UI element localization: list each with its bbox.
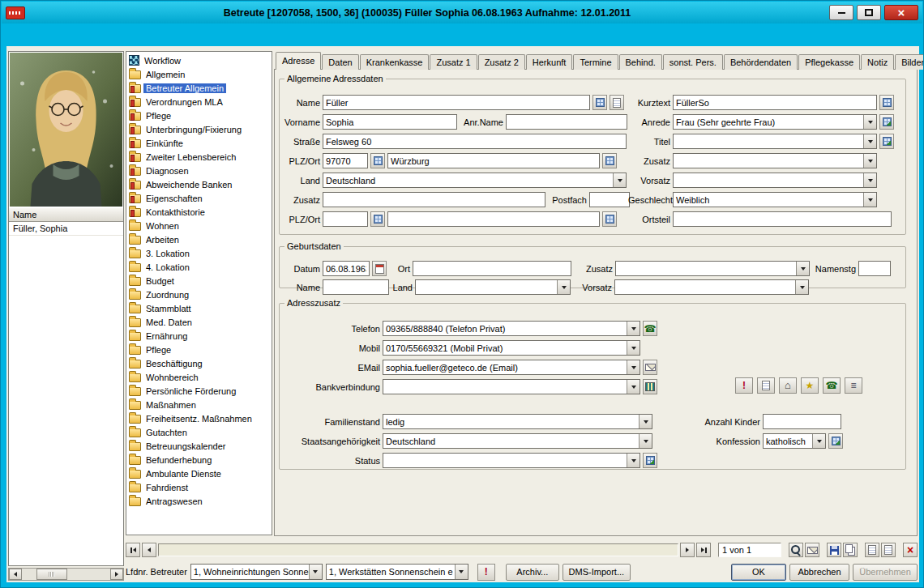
dropdown-arrow-icon[interactable] — [796, 262, 809, 275]
tree-item-zweiter-lebensbereich[interactable]: Zweiter Lebensbereich — [126, 150, 272, 164]
tree-item-ernährung[interactable]: Ernährung — [126, 329, 272, 343]
bank-select[interactable] — [383, 379, 640, 394]
plz2-input[interactable] — [323, 211, 368, 227]
home-address-button[interactable]: ⌂ — [779, 377, 797, 394]
tree-item-einkünfte[interactable]: Einkünfte — [126, 136, 272, 150]
tree-item-ambulante-dienste[interactable]: Ambulante Dienste — [126, 467, 272, 480]
tree-item-kontakthistorie[interactable]: Kontakthistorie — [126, 205, 272, 219]
record-scroll-track[interactable] — [158, 543, 678, 556]
tree-item-abweichende-banken[interactable]: Abweichende Banken — [126, 177, 272, 191]
tab-termine[interactable]: Termine — [573, 54, 618, 70]
tree-item-gutachten[interactable]: Gutachten — [126, 425, 272, 439]
first-record-button[interactable] — [126, 543, 140, 557]
kurztext-lookup-button[interactable] — [879, 95, 894, 110]
anrede-edit-button[interactable] — [879, 114, 894, 130]
tab-behördendaten[interactable]: Behördendaten — [724, 54, 798, 70]
dropdown-arrow-icon[interactable] — [309, 565, 322, 579]
tree-item-betreuungskalender[interactable]: Betreuungskalender — [126, 439, 272, 453]
land-select[interactable]: Deutschland — [323, 173, 627, 188]
tree-item-3-lokation[interactable]: 3. Lokation — [126, 246, 272, 260]
tree-item-freiheitsentz-maßnahmen[interactable]: Freiheitsentz. Maßnahmen — [126, 411, 272, 425]
geb-zusatz-select[interactable] — [615, 261, 810, 276]
tree-item-pflege[interactable]: Pflege — [126, 343, 272, 356]
dropdown-arrow-icon[interactable] — [613, 173, 626, 187]
email-send-button[interactable] — [643, 360, 657, 375]
status-edit-button[interactable] — [643, 453, 657, 468]
familienstand-select[interactable]: ledig — [383, 414, 652, 429]
tab-adresse[interactable]: Adresse — [276, 52, 321, 70]
zusatz-input[interactable] — [323, 192, 545, 207]
ortsteil-input[interactable] — [673, 211, 892, 227]
tree-item-pflege[interactable]: Pflege — [126, 109, 272, 122]
tree-item-diagnosen[interactable]: Diagnosen — [126, 164, 272, 177]
bank-details-button[interactable] — [643, 379, 657, 394]
vorsatz-select[interactable] — [673, 173, 877, 188]
tree-item-budget[interactable]: Budget — [126, 274, 272, 288]
tree-item-maßnahmen[interactable]: Maßnahmen — [126, 398, 272, 411]
staatsangehoerigkeit-select[interactable]: Deutschland — [383, 433, 652, 449]
titel-select[interactable] — [673, 134, 877, 149]
tree-item-eigenschaften[interactable]: Eigenschaften — [126, 191, 272, 205]
tab-sonst-pers[interactable]: sonst. Pers. — [663, 54, 723, 70]
ort-input[interactable] — [387, 153, 600, 168]
prior-record-button[interactable] — [142, 543, 156, 557]
geb-datum-input[interactable] — [323, 261, 370, 276]
vorname-input[interactable] — [323, 114, 457, 130]
tree-item-persönliche-förderung[interactable]: Persönliche Förderung — [126, 384, 272, 398]
scroll-left-button[interactable] — [9, 569, 22, 580]
name-column-header[interactable]: Name — [9, 207, 123, 222]
plz2-lookup-button[interactable] — [370, 211, 385, 227]
person-list-item[interactable]: Füller, Sophia — [9, 222, 123, 236]
dropdown-arrow-icon[interactable] — [627, 380, 640, 394]
cancel-button[interactable]: Abbrechen — [789, 564, 849, 581]
archiv-button[interactable]: Archiv... — [506, 564, 559, 581]
ort-lookup-button[interactable] — [602, 153, 617, 168]
email-select[interactable]: sophia.fueller@geteco.de (Email) — [383, 360, 640, 375]
ort2-lookup-button[interactable] — [602, 211, 617, 227]
edit-note-button[interactable] — [757, 377, 775, 394]
dropdown-arrow-icon[interactable] — [627, 454, 640, 467]
scroll-right-button[interactable] — [110, 569, 123, 580]
horizontal-scrollbar[interactable] — [8, 568, 124, 581]
name-letter-button[interactable] — [610, 95, 624, 110]
tree-item-wohnbereich[interactable]: Wohnbereich — [126, 370, 272, 384]
name-input[interactable] — [323, 95, 590, 110]
tree-item-4-lokation[interactable]: 4. Lokation — [126, 260, 272, 274]
note-warning-button[interactable]: ! — [735, 377, 753, 394]
plz-lookup-button[interactable] — [370, 153, 385, 168]
document-template-button[interactable] — [881, 543, 896, 557]
geb-name-input[interactable] — [323, 279, 389, 295]
telefon-dial-button[interactable]: ☎ — [643, 321, 657, 336]
tab-daten[interactable]: Daten — [322, 54, 358, 70]
tree-item-wohnen[interactable]: Wohnen — [126, 219, 272, 232]
tab-zusatz-1[interactable]: Zusatz 1 — [430, 54, 477, 70]
geb-ort-input[interactable] — [413, 261, 571, 276]
maximize-button[interactable] — [857, 5, 881, 20]
dropdown-arrow-icon[interactable] — [863, 193, 876, 207]
hinweis-button[interactable]: ! — [477, 564, 495, 581]
dms-import-button[interactable]: DMS-Import... — [563, 564, 631, 581]
titel-edit-button[interactable] — [879, 134, 894, 149]
konfession-select[interactable]: katholisch — [763, 433, 826, 449]
tree-item-fahrdienst[interactable]: Fahrdienst — [126, 480, 272, 494]
search-record-button[interactable] — [789, 543, 803, 557]
einrichtung-select[interactable]: 1, Wohneinrichtungen Sonnens — [190, 564, 323, 580]
tab-krankenkasse[interactable]: Krankenkasse — [360, 54, 430, 70]
dropdown-arrow-icon[interactable] — [627, 341, 640, 355]
plz-input[interactable] — [323, 153, 368, 168]
save-record-button[interactable] — [827, 543, 841, 557]
tree-item-befunderhebung[interactable]: Befunderhebung — [126, 453, 272, 467]
kurztext-input[interactable] — [673, 95, 877, 110]
tree-item-workflow[interactable]: Workflow — [126, 53, 272, 67]
name-lookup-button[interactable] — [592, 95, 607, 110]
copy-record-button[interactable] — [843, 543, 858, 557]
dropdown-arrow-icon[interactable] — [863, 134, 876, 148]
scroll-thumb[interactable] — [36, 569, 67, 580]
tab-zusatz-2[interactable]: Zusatz 2 — [478, 54, 525, 70]
tree-item-beschäftigung[interactable]: Beschäftigung — [126, 356, 272, 370]
new-document-button[interactable] — [865, 543, 879, 557]
tree-item-allgemein[interactable]: Allgemein — [126, 67, 272, 81]
dropdown-arrow-icon[interactable] — [627, 322, 640, 335]
tab-behind[interactable]: Behind. — [619, 54, 662, 70]
dropdown-arrow-icon[interactable] — [795, 280, 808, 294]
